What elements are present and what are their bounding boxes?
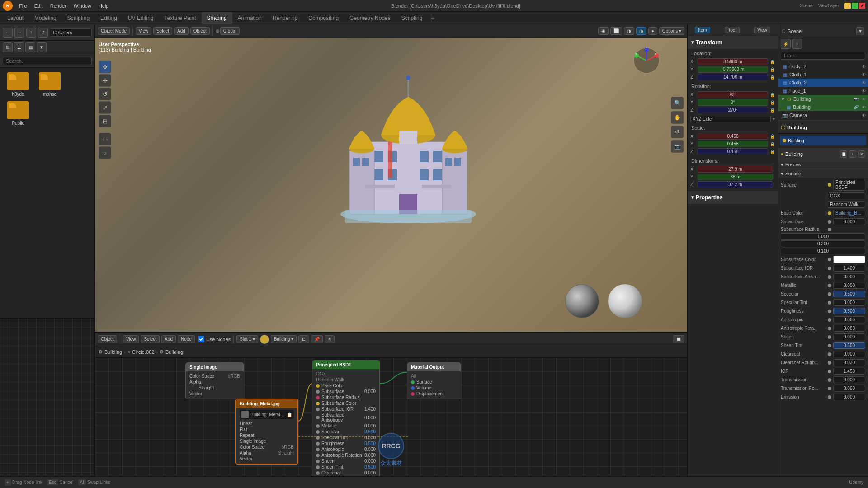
surface-section-header[interactable]: ▾ Surface [778, 169, 868, 178]
ior-value[interactable]: 1.450 [833, 368, 865, 375]
search-input[interactable] [3, 57, 92, 65]
clearcoat-value[interactable]: 0.000 [833, 351, 865, 357]
rotation-z-lock[interactable]: 🔒 [770, 108, 775, 113]
camera-view-button[interactable]: 📷 [671, 140, 684, 153]
clearcoat-rough-value[interactable]: 0.030 [833, 359, 865, 366]
tool-box-select[interactable]: ▭ [99, 133, 111, 145]
zoom-in-button[interactable]: 🔍 [671, 97, 684, 109]
tool-circle-select[interactable]: ○ [99, 146, 111, 159]
tab-layout[interactable]: Layout [2, 12, 29, 24]
viewport-3d[interactable]: User Perspective (113) Building | Buildi… [95, 38, 687, 332]
options-menu-button[interactable]: Options ▾ [659, 27, 684, 35]
slot-selector[interactable]: Slot 1 ▾ [236, 335, 258, 343]
material-settings-button[interactable]: ✕ [325, 335, 335, 343]
breadcrumb-building-1[interactable]: Building [104, 349, 122, 355]
distribution-dropdown[interactable]: GGX [828, 192, 865, 199]
file-item-h3yda[interactable]: h3yda [5, 72, 32, 97]
node-snap-button[interactable]: 🔲 [673, 335, 684, 343]
tab-texture-paint[interactable]: Texture Paint [159, 12, 202, 24]
subsurface-color-swatch[interactable] [833, 256, 865, 263]
tab-uv-editing[interactable]: UV Editing [123, 12, 159, 24]
rotation-x-input[interactable]: 90° [698, 91, 768, 98]
rotation-mode-dropdown[interactable]: XYZ Euler [690, 116, 771, 122]
menu-window[interactable]: Window [71, 2, 94, 9]
viewport-shading-wireframe[interactable]: ⬜ [610, 27, 622, 35]
nav-back-button[interactable]: ← [3, 28, 13, 38]
scale-x-input[interactable]: 0.458 [698, 133, 768, 140]
mat-delete-button[interactable]: ✕ [858, 150, 865, 158]
tab-geometry-nodes[interactable]: Geometry Nodes [344, 12, 396, 24]
node-type-selector[interactable]: Object [98, 335, 117, 343]
add-menu-button[interactable]: Add [174, 27, 189, 35]
breadcrumb-circle[interactable]: Circle.002 [132, 349, 155, 355]
menu-render[interactable]: Render [47, 2, 69, 9]
maximize-button[interactable]: □ [852, 3, 858, 9]
constraint-icon-building[interactable]: 🔗 [854, 105, 859, 109]
file-item-public[interactable]: Public [5, 101, 32, 126]
render-vis-building[interactable]: 📷 [854, 97, 859, 101]
view-thumbnails-button[interactable]: ⊞ [3, 42, 13, 52]
node-material-output[interactable]: Material Output All Surface Volume [407, 362, 461, 399]
transform-space-selector[interactable]: Global [220, 27, 240, 35]
tab-rendering[interactable]: Rendering [267, 12, 303, 24]
tab-animation[interactable]: Animation [232, 12, 267, 24]
visibility-building-mesh[interactable]: 👁 [862, 105, 866, 110]
subsurface-ior-value[interactable]: 1.400 [833, 265, 865, 272]
view-menu-button[interactable]: View [136, 27, 152, 35]
base-color-filename[interactable]: Building_Base_Color.jpg [833, 210, 865, 216]
select-menu-button[interactable]: Select [153, 27, 172, 35]
dim-x-input[interactable]: 27.9 m [698, 166, 773, 173]
node-node-menu[interactable]: Node [178, 335, 195, 343]
dim-y-input[interactable]: 38 m [698, 174, 773, 180]
dim-z-input[interactable]: 37.2 m [698, 181, 773, 188]
visibility-cloth1[interactable]: 👁 [862, 72, 866, 77]
rotate-view-button[interactable]: ↺ [671, 126, 684, 138]
nav-forward-button[interactable]: → [14, 28, 24, 38]
visibility-cloth2[interactable]: 👁 [862, 80, 866, 85]
tool-move[interactable]: ✛ [99, 74, 111, 87]
tab-modeling[interactable]: Modeling [29, 12, 62, 24]
object-menu-button[interactable]: Object [190, 27, 210, 35]
subsurface-method-dropdown[interactable]: Random Walk [828, 201, 865, 208]
menu-edit[interactable]: Edit [32, 2, 46, 9]
node-single-image[interactable]: Single Image Color Space sRGB Alpha Stra… [185, 362, 244, 399]
specular-tint-value[interactable]: 0.000 [833, 299, 865, 306]
sub-radius-val-3[interactable]: 0.100 [781, 248, 865, 254]
visibility-building-coll[interactable]: 👁 [862, 97, 866, 102]
nav-up-button[interactable]: ↑ [26, 28, 36, 38]
location-z-lock[interactable]: 🔒 [770, 75, 775, 80]
pan-button[interactable]: ✋ [671, 111, 684, 124]
properties-section-header[interactable]: ▾ Properties [688, 191, 778, 204]
transmission-value[interactable]: 0.000 [833, 376, 865, 383]
metallic-value[interactable]: 0.000 [833, 282, 865, 289]
tab-sculpting[interactable]: Sculpting [62, 12, 95, 24]
rotation-y-input[interactable]: 0° [698, 99, 768, 106]
outliner-item-body2[interactable]: ▦ Body_2 👁 [778, 62, 868, 70]
tool-scale[interactable]: ⤢ [99, 101, 111, 114]
file-path-input[interactable]: C:\Users [50, 28, 92, 37]
breadcrumb-building-2[interactable]: Building [165, 349, 183, 355]
visibility-face1[interactable]: 👁 [862, 89, 866, 94]
location-y-lock[interactable]: 🔒 [770, 67, 775, 72]
outliner-search-input[interactable] [781, 52, 865, 60]
emission-value[interactable]: 0.000 [833, 394, 865, 400]
outliner-item-building-collection[interactable]: ▾ ⬡ Building 📷 👁 [778, 95, 868, 103]
new-material-button[interactable]: 🗋 [298, 335, 309, 343]
node-select-menu[interactable]: Select [141, 335, 160, 343]
rotation-y-lock[interactable]: 🔒 [770, 100, 775, 105]
outliner-item-face1[interactable]: ▦ Face_1 👁 [778, 87, 868, 95]
viewport-mode-selector[interactable]: Object Mode [98, 27, 130, 35]
sheen-tint-value[interactable]: 0.500 [833, 342, 865, 349]
scale-y-lock[interactable]: 🔒 [770, 142, 775, 146]
node-view-menu[interactable]: View [123, 335, 139, 343]
location-x-input[interactable]: 8.5889 m [698, 58, 768, 65]
viewport-gizmo[interactable]: X Y Z [633, 47, 660, 74]
scale-z-lock[interactable]: 🔒 [770, 150, 775, 154]
outliner-sync-button[interactable]: ⚡ [781, 39, 791, 49]
tab-editing[interactable]: Editing [95, 12, 123, 24]
location-y-input[interactable]: -0.75603 m [698, 66, 768, 73]
tool-cursor[interactable]: ✥ [99, 61, 111, 73]
tool-rotate[interactable]: ↺ [99, 88, 111, 100]
node-add-menu[interactable]: Add [161, 335, 176, 343]
preview-section-header[interactable]: ▾ Preview [778, 160, 868, 169]
